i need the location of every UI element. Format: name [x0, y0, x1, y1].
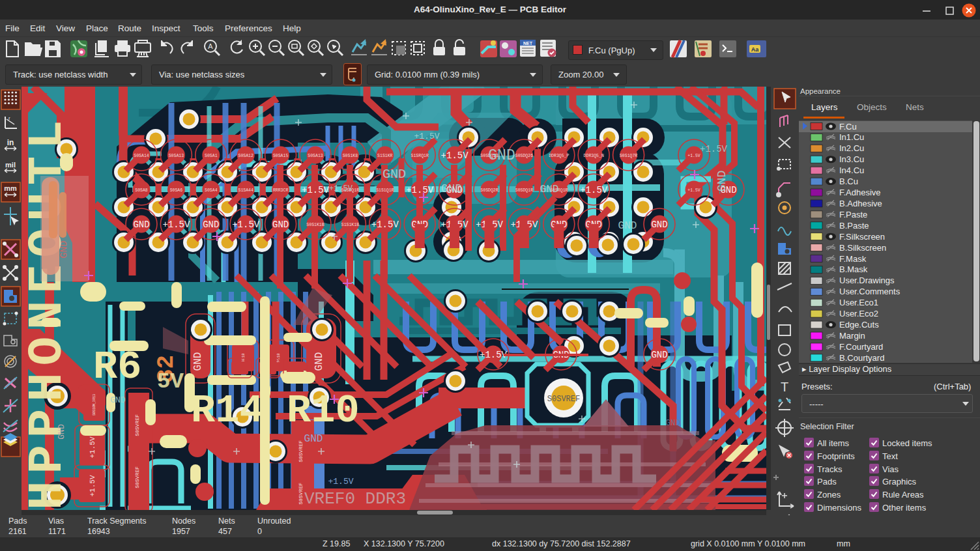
svg-text:+1.5V: +1.5V	[162, 219, 190, 230]
svg-text:B.Cu: B.Cu	[839, 177, 858, 186]
svg-text:User.Drawings: User.Drawings	[839, 276, 895, 285]
svg-text:+1.5V: +1.5V	[580, 185, 608, 195]
svg-text:S0SVREF: S0SVREF	[298, 440, 304, 462]
svg-text:GND: GND	[382, 167, 406, 182]
svg-text:GND: GND	[618, 220, 637, 232]
svg-text:A: A	[208, 42, 213, 50]
svg-text:r: r	[8, 115, 10, 121]
svg-text:T: T	[781, 380, 788, 394]
svg-text:F.Paste: F.Paste	[839, 210, 867, 219]
svg-text:GND: GND	[665, 418, 681, 428]
svg-text:Margin: Margin	[839, 331, 865, 341]
svg-text:S0SA13: S0SA13	[308, 154, 323, 158]
svg-text:mil: mil	[5, 161, 16, 169]
svg-text:In2.Cu: In2.Cu	[839, 143, 864, 153]
svg-text:+1.5V: +1.5V	[406, 185, 434, 195]
svg-text:S0S1K8: S0S1K8	[343, 154, 358, 158]
svg-text:GND: GND	[540, 184, 559, 195]
svg-text:S1S1K1B: S1S1K1B	[341, 223, 359, 227]
svg-text:HPPHONEOUTL: HPPHONEOUTL	[22, 113, 75, 510]
svg-text:B.Courtyard: B.Courtyard	[839, 353, 884, 363]
svg-text:+1.5V: +1.5V	[700, 144, 728, 154]
svg-text:User.Eco1: User.Eco1	[839, 298, 878, 307]
svg-text:R14: R14	[191, 388, 264, 434]
svg-text:S0SA14: S0SA14	[134, 154, 149, 158]
svg-text:+1.5V: +1.5V	[89, 436, 96, 458]
svg-text:GND: GND	[488, 147, 515, 164]
svg-text:S0S1Q7R: S0S1Q7R	[620, 154, 637, 158]
svg-text:R10: R10	[287, 388, 360, 434]
svg-text:5V: 5V	[157, 369, 184, 394]
svg-text:+1.5V: +1.5V	[89, 475, 96, 496]
svg-text:S1S1Q1R: S1S1Q1R	[376, 188, 394, 193]
svg-text:GND: GND	[203, 219, 219, 230]
svg-text:NET: NET	[523, 41, 533, 46]
svg-text:GND: GND	[313, 352, 325, 371]
svg-text:S0SA8: S0SA8	[135, 188, 148, 193]
svg-text:B.Paste: B.Paste	[839, 221, 869, 231]
svg-text:S0SVREF: S0SVREF	[298, 483, 304, 505]
svg-text:GND: GND	[441, 182, 462, 195]
svg-text:+1.5V: +1.5V	[232, 219, 260, 230]
svg-text:F.Mask: F.Mask	[839, 254, 867, 264]
svg-text:F.Silkscreen: F.Silkscreen	[839, 232, 885, 242]
svg-text:GND: GND	[110, 395, 126, 405]
svg-text:In1.Cu: In1.Cu	[839, 132, 864, 142]
svg-text:GND: GND	[304, 433, 323, 445]
svg-text:+1.5V: +1.5V	[302, 185, 330, 195]
svg-text:S0SA4: S0SA4	[205, 188, 218, 193]
svg-text:B.Adhesive: B.Adhesive	[839, 199, 882, 208]
svg-text:+1.5V: +1.5V	[441, 150, 469, 161]
svg-text:GND: GND	[57, 424, 66, 440]
svg-text:F.Courtyard: F.Courtyard	[839, 342, 883, 352]
svg-text:B.Mask: B.Mask	[839, 264, 868, 274]
svg-text:RRR3CR: RRR3CR	[273, 188, 289, 193]
svg-text:S0SVREF: S0SVREF	[547, 395, 580, 404]
svg-text:S0SDQ26: S0SDQ26	[515, 154, 533, 158]
svg-text:+1.5V: +1.5V	[480, 350, 508, 360]
svg-text:S1S1KR: S1S1KR	[377, 154, 393, 158]
svg-text:+1.5V: +1.5V	[414, 132, 439, 141]
svg-text:+1.5V: +1.5V	[687, 154, 700, 158]
svg-text:DDR3Q5_P: DDR3Q5_P	[549, 154, 569, 158]
svg-text:+1.5V: +1.5V	[328, 477, 353, 487]
svg-text:GND: GND	[192, 352, 204, 371]
svg-text:+1.5V: +1.5V	[329, 184, 353, 193]
svg-text:GND: GND	[133, 219, 149, 230]
svg-text:in: in	[7, 138, 14, 147]
svg-text:GND: GND	[715, 171, 728, 191]
svg-text:S0SA12: S0SA12	[238, 154, 253, 158]
svg-text:S0S10M_DR13: S0S10M_DR13	[93, 394, 96, 416]
svg-text:S1SA44: S1SA44	[238, 188, 253, 193]
svg-text:B.Silkscreen: B.Silkscreen	[839, 243, 886, 253]
svg-text:DDR3Q5_N: DDR3Q5_N	[584, 154, 604, 158]
svg-text:VREF0 DDR3: VREF0 DDR3	[304, 489, 406, 509]
svg-text:S1SRQ1R: S1SRQ1R	[411, 154, 429, 158]
svg-text:GND: GND	[272, 219, 289, 230]
svg-text:3018: 3018	[276, 353, 281, 363]
svg-text:S0SA6: S0SA6	[170, 188, 183, 193]
svg-text:GND: GND	[651, 219, 667, 230]
svg-text:In4.Cu: In4.Cu	[839, 165, 864, 175]
svg-text:+1.5V: +1.5V	[371, 219, 399, 230]
svg-text:+1.5V: +1.5V	[687, 188, 700, 193]
svg-text:Edge.Cuts: Edge.Cuts	[839, 320, 879, 330]
svg-text:S0SVREF: S0SVREF	[134, 466, 140, 488]
svg-text:S0SA13: S0SA13	[169, 154, 184, 158]
svg-text:Aa: Aa	[751, 46, 759, 53]
svg-text:S0SDQ1R: S0SDQ1R	[515, 188, 533, 193]
svg-text:F.Adhesive: F.Adhesive	[839, 188, 881, 197]
svg-text:GND: GND	[651, 350, 667, 360]
svg-text:S0S1K1B: S0S1K1B	[306, 223, 324, 227]
svg-text:mm: mm	[4, 184, 17, 192]
svg-text:In3.Cu: In3.Cu	[839, 154, 864, 164]
svg-text:F.Cu: F.Cu	[839, 122, 857, 132]
svg-text:S0SA1: S0SA1	[205, 154, 218, 158]
svg-text:S0SA15: S0SA15	[273, 154, 289, 158]
svg-text:S0SDQ2R: S0SDQ2R	[480, 188, 498, 193]
svg-text:S0SVREF: S0SVREF	[134, 414, 140, 436]
svg-text:User.Eco2: User.Eco2	[839, 309, 878, 318]
svg-text:User.Comments: User.Comments	[839, 287, 901, 296]
